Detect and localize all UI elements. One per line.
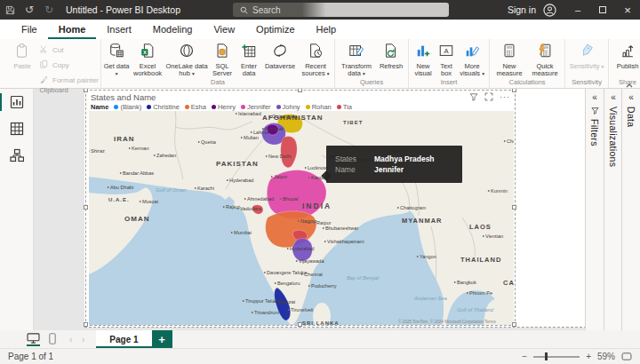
resize-handle[interactable] [84,205,88,210]
focus-mode-icon[interactable] [484,92,493,101]
menu-item-optimize[interactable]: Optimize [245,20,305,39]
map-label: Gulf of Oman [156,187,186,193]
new-measure-button[interactable]: New measure [492,41,527,78]
more-options-icon[interactable]: ··· [500,92,510,101]
fit-to-page-icon[interactable] [621,352,632,360]
city-dot [483,235,484,237]
ribbon-group-label: Insert [411,78,487,88]
map-label: New Delhi [268,154,292,159]
legend-item-henry[interactable]: Henry [212,103,236,111]
filled-map[interactable]: IRANAFGHANISTANPAKISTANINDIANEPALTIBETMY… [89,111,514,325]
india-filled-map[interactable]: IRANAFGHANISTANPAKISTANINDIANEPALTIBETMY… [89,111,514,325]
map-label: Kerman [132,146,149,151]
entertable-icon [241,43,257,61]
more-visuals-button[interactable]: More visuals ▾ [457,41,487,78]
menu-item-modeling[interactable]: Modeling [142,20,204,39]
resize-handle[interactable] [298,322,302,327]
resize-handle[interactable] [512,205,516,210]
panel-strip-visualizations[interactable]: «Visualizations [604,89,622,330]
map-label: Multan [244,135,259,140]
page-indicator: Page 1 of 1 [8,352,53,361]
redo-icon[interactable]: ↻ [39,0,59,20]
text-box-button[interactable]: AText box [436,41,457,78]
format-painter-button[interactable]: Format painter [39,75,99,86]
search-input[interactable]: Search [233,3,449,17]
close-button[interactable]: × [615,0,640,20]
legend-item-rohan[interactable]: Rohan [306,103,332,111]
city-dot [417,256,419,257]
menu-item-file[interactable]: File [11,20,48,39]
new-visual-button[interactable]: New visual [411,41,436,78]
map-label: Ahmedabad [247,196,274,202]
resize-handle[interactable] [84,322,88,327]
city-dot [108,186,109,188]
expand-panel-icon[interactable]: « [592,93,597,102]
report-page[interactable]: States and Name ··· Name(Blank)Christine… [84,89,587,328]
rail-table-view[interactable] [0,115,34,142]
paste-button[interactable]: Paste [9,41,36,70]
zoom-out-icon[interactable]: − [522,352,527,361]
map-label: IRAN [114,135,135,143]
expand-panel-icon[interactable]: « [628,93,634,102]
filter-icon[interactable] [469,92,478,101]
menu-item-view[interactable]: View [203,20,245,39]
sql-server-button[interactable]: SQL Server [208,41,236,78]
map-label: Chattogram [400,205,427,210]
quick-measure-button[interactable]: Quick measure [527,41,563,78]
copy-button[interactable]: Copy [39,59,99,71]
page-tab[interactable]: Page 1 [96,330,151,348]
map-label: Vadodara [240,206,262,211]
desktop-view-icon[interactable] [27,333,40,346]
next-page-icon[interactable]: › [82,334,85,344]
minimize-button[interactable]: – [565,0,590,20]
zoom-slider-thumb[interactable] [545,352,548,360]
prev-page-icon[interactable]: ‹ [69,334,73,344]
menu-item-insert[interactable]: Insert [96,20,142,39]
city-dot [262,128,264,130]
refresh-button[interactable]: Refresh [376,41,406,70]
sensitivity-button[interactable]: Sensitivity ▾ [567,41,606,70]
sign-in-button[interactable]: Sign in [508,4,536,15]
recent-sources-button[interactable]: Recent sources ▾ [299,41,332,78]
add-page-button[interactable]: + [152,330,172,348]
menu-item-home[interactable]: Home [48,20,97,39]
enter-data-button[interactable]: Enter data [236,41,261,78]
legend-item-esha[interactable]: Esha [185,103,206,111]
maximize-button[interactable] [590,0,615,20]
map-label: Chennai [304,272,323,277]
expand-panel-icon[interactable]: « [611,93,616,102]
panel-strip-data[interactable]: «Data [621,89,640,330]
get-data-button[interactable]: Get data ▾ [103,41,130,78]
title-bar: ↺ ↻ Untitled - Power BI Desktop Search S… [0,0,640,20]
zoom-in-icon[interactable]: + [586,352,591,361]
transform-data-button[interactable]: Transform data ▾ [337,41,376,78]
zoom-slider[interactable] [533,356,580,358]
undo-icon[interactable]: ↺ [20,0,39,20]
dataverse-button[interactable]: Dataverse [261,41,299,70]
ribbon-group-label: Sensitivity [567,78,606,88]
map-label: Bhopal [283,196,298,202]
save-icon[interactable] [0,0,20,20]
map-label: Gulf of Thailand [457,307,494,313]
rail-model-view[interactable] [0,142,34,169]
legend-item-johny[interactable]: Johny [276,103,300,111]
tooltip-row: NameJennifer [335,165,453,174]
city-dot [288,309,290,311]
ribbon-group-calculations: New measureQuick measureCalculations [490,39,565,88]
onelake-data-hub-button[interactable]: OneLake data hub ▾ [165,41,208,78]
legend-item-christine[interactable]: Christine [147,103,180,111]
legend-item-blank[interactable]: (Blank) [114,103,141,111]
menu-item-help[interactable]: Help [306,20,348,39]
panel-strip-filters[interactable]: «Filters [585,89,604,330]
legend-item-jennifer[interactable]: Jennifer [241,103,271,111]
map-label: Gujranwala [272,114,298,119]
publish-button[interactable]: Publish [611,41,640,70]
collapse-ribbon-icon[interactable] [626,80,633,90]
mobile-view-icon[interactable] [49,333,56,344]
cut-button[interactable]: Cut [39,44,99,56]
excel-workbook-button[interactable]: XExcel workbook [130,41,165,78]
resize-handle[interactable] [512,322,516,327]
map-visual[interactable]: States and Name ··· Name(Blank)Christine… [85,90,516,326]
legend-item-tia[interactable]: Tia [337,103,352,111]
account-avatar-icon[interactable] [543,4,556,17]
